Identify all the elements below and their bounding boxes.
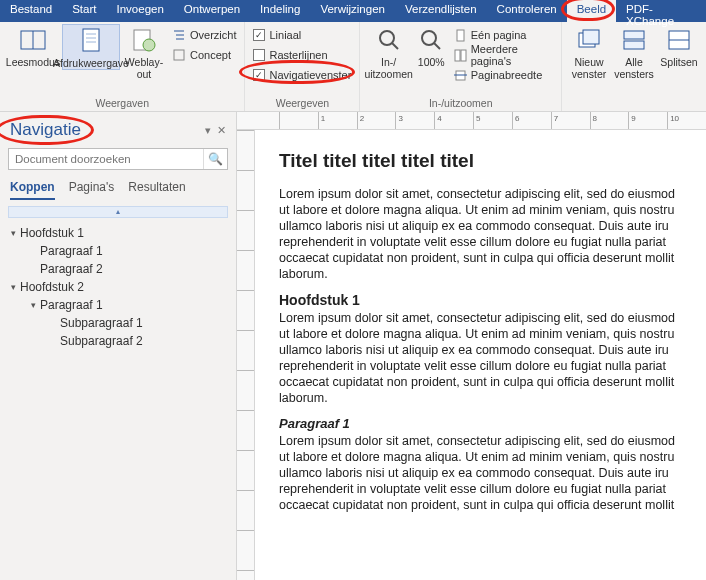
svg-rect-22 [583, 30, 599, 44]
tab-bestand[interactable]: Bestand [0, 0, 62, 22]
horizontal-ruler[interactable]: 12345678910 [237, 112, 706, 130]
outline-button[interactable]: Overzicht [172, 26, 236, 44]
search-icon[interactable]: 🔍 [203, 149, 227, 169]
paragraph: Lorem ipsum dolor sit amet, consectetur … [279, 186, 682, 282]
zoom-100-button[interactable]: 100% [413, 24, 450, 68]
tab-indeling[interactable]: Indeling [250, 0, 310, 22]
ribbon-tabs: BestandStartInvoegenOntwerpenIndelingVer… [0, 0, 706, 22]
web-layout-button[interactable]: Weblay- out [120, 24, 168, 80]
tab-verzendlijsten[interactable]: Verzendlijsten [395, 0, 487, 22]
caret-icon: ▾ [6, 282, 20, 292]
tab-pages[interactable]: Pagina's [69, 180, 115, 200]
collapse-bar[interactable]: ▴ [8, 206, 228, 218]
navigation-pane-title: Navigatie [10, 120, 81, 140]
tree-node[interactable]: ▾Hoofdstuk 1 [0, 224, 236, 242]
tree-node-label: Paragraaf 2 [40, 262, 103, 276]
gridlines-checkbox[interactable]: Rasterlijnen [253, 46, 351, 64]
tab-pdf-xchange[interactable]: PDF-XChange [616, 0, 706, 22]
tab-verwijzingen[interactable]: Verwijzingen [310, 0, 395, 22]
tree-node-label: Hoofdstuk 1 [20, 226, 84, 240]
new-window-icon [575, 26, 603, 54]
document-page[interactable]: Titel titel titel titel titel Lorem ipsu… [255, 130, 706, 580]
caret-icon: ▾ [26, 300, 40, 310]
tab-headings[interactable]: Koppen [10, 180, 55, 200]
svg-rect-17 [455, 50, 460, 61]
split-icon [665, 26, 693, 54]
arrange-all-button[interactable]: Alle vensters [612, 24, 656, 80]
one-page-icon [454, 29, 467, 42]
zoom-button[interactable]: In-/ uitzoomen [364, 24, 412, 80]
tree-node[interactable]: Paragraaf 2 [0, 260, 236, 278]
navigation-pane: Navigatie ▾ ✕ 🔍 Koppen Pagina's Resultat… [0, 112, 237, 580]
search-box[interactable]: 🔍 [8, 148, 228, 170]
svg-rect-23 [624, 31, 644, 39]
headings-tree: ▾Hoofdstuk 1Paragraaf 1Paragraaf 2▾Hoofd… [0, 222, 236, 352]
outline-icon [172, 28, 186, 42]
svg-line-13 [392, 43, 398, 49]
svg-rect-2 [83, 29, 99, 51]
multi-page-icon [454, 49, 467, 62]
ribbon-group-show: ✓Liniaal Rasterlijnen ✓Navigatievenster … [245, 22, 360, 111]
paragraph: Lorem ipsum dolor sit amet, consectetur … [279, 310, 682, 406]
tab-invoegen[interactable]: Invoegen [107, 0, 174, 22]
checkbox-icon [253, 49, 265, 61]
svg-line-15 [434, 43, 440, 49]
chevron-down-icon[interactable]: ▾ [205, 124, 211, 137]
magnifier-icon [375, 26, 403, 54]
multi-page-button[interactable]: Meerdere pagina's [454, 46, 553, 64]
ribbon-group-window: Nieuw venster Alle vensters Splitsen [562, 22, 706, 111]
svg-rect-18 [461, 50, 466, 61]
svg-point-14 [422, 31, 436, 45]
search-input[interactable] [9, 149, 203, 169]
svg-point-12 [380, 31, 394, 45]
tab-results[interactable]: Resultaten [128, 180, 185, 200]
tab-controleren[interactable]: Controleren [487, 0, 567, 22]
tree-node[interactable]: Subparagraaf 2 [0, 332, 236, 350]
svg-point-7 [143, 39, 155, 51]
tab-ontwerpen[interactable]: Ontwerpen [174, 0, 250, 22]
doc-title: Titel titel titel titel titel [279, 150, 682, 172]
draft-button[interactable]: Concept [172, 46, 236, 64]
heading-1: Hoofdstuk 1 [279, 292, 682, 308]
svg-rect-16 [457, 30, 464, 41]
tree-node[interactable]: Paragraaf 1 [0, 242, 236, 260]
book-icon [19, 26, 47, 54]
vertical-ruler[interactable] [237, 130, 255, 580]
checkbox-icon: ✓ [253, 69, 265, 81]
tree-node-label: Paragraaf 1 [40, 298, 103, 312]
split-button[interactable]: Splitsen [656, 24, 702, 68]
tree-node[interactable]: ▾Hoofdstuk 2 [0, 278, 236, 296]
tab-start[interactable]: Start [62, 0, 106, 22]
ribbon-group-zoom: In-/ uitzoomen 100% Eén pagina Meerdere … [360, 22, 562, 111]
tree-node[interactable]: Subparagraaf 1 [0, 314, 236, 332]
page-width-button[interactable]: Paginabreedte [454, 66, 553, 84]
tab-beeld[interactable]: Beeld [567, 0, 616, 22]
nav-pane-tabs: Koppen Pagina's Resultaten [0, 174, 236, 200]
tree-node-label: Subparagraaf 2 [60, 334, 143, 348]
tree-node-label: Paragraaf 1 [40, 244, 103, 258]
tree-node-label: Hoofdstuk 2 [20, 280, 84, 294]
one-page-button[interactable]: Eén pagina [454, 26, 553, 44]
page-width-icon [454, 69, 467, 82]
tree-node-label: Subparagraaf 1 [60, 316, 143, 330]
navigation-pane-checkbox[interactable]: ✓Navigatievenster [253, 66, 351, 84]
ribbon: Leesmodus Afdrukweergave Weblay- out Ove… [0, 22, 706, 112]
page-icon [77, 27, 105, 55]
paragraph: Lorem ipsum dolor sit amet, consectetur … [279, 433, 682, 513]
tree-node[interactable]: ▾Paragraaf 1 [0, 296, 236, 314]
print-layout-button[interactable]: Afdrukweergave [62, 24, 120, 70]
ribbon-group-views: Leesmodus Afdrukweergave Weblay- out Ove… [0, 22, 245, 111]
document-area: 12345678910 Titel titel titel titel tite… [237, 112, 706, 580]
arrange-all-icon [620, 26, 648, 54]
checkbox-icon: ✓ [253, 29, 265, 41]
svg-rect-24 [624, 41, 644, 49]
heading-2: Paragraaf 1 [279, 416, 682, 431]
globe-page-icon [130, 26, 158, 54]
draft-icon [172, 48, 186, 62]
new-window-button[interactable]: Nieuw venster [566, 24, 612, 80]
svg-rect-11 [174, 50, 184, 60]
close-icon[interactable]: ✕ [217, 124, 226, 137]
magnifier-100-icon [417, 26, 445, 54]
caret-icon: ▾ [6, 228, 20, 238]
ruler-checkbox[interactable]: ✓Liniaal [253, 26, 351, 44]
